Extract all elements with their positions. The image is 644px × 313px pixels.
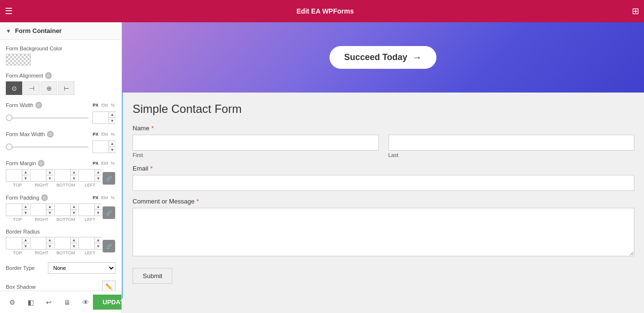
box-shadow-edit-button[interactable]: ✏️: [102, 281, 116, 291]
padding-left-input[interactable]: [79, 204, 94, 216]
desktop-icon[interactable]: 🖥: [60, 295, 75, 310]
hamburger-icon[interactable]: ☰: [5, 6, 13, 16]
succeed-today-button[interactable]: Succeed Today →: [329, 46, 436, 69]
form-width-input[interactable]: [93, 112, 108, 124]
update-button[interactable]: UPDATE: [93, 295, 122, 310]
br-left-label: LEFT: [85, 250, 95, 255]
border-radius-left-input[interactable]: [79, 237, 94, 249]
border-radius-right-input[interactable]: [30, 237, 46, 249]
padding-right-input[interactable]: [30, 204, 46, 216]
eye-icon[interactable]: 👁: [78, 295, 93, 310]
layers-icon[interactable]: ◧: [23, 295, 38, 310]
padding-right-down[interactable]: ▼: [46, 210, 53, 216]
unit-em-maxwidth[interactable]: EM: [100, 132, 109, 137]
form-max-width-input[interactable]: [93, 141, 108, 153]
width-up-arrow[interactable]: ▲: [109, 112, 116, 118]
margin-right-item: ▲▼ RIGHT: [30, 169, 53, 188]
border-radius-label: Border Radius: [6, 229, 116, 235]
width-info-icon[interactable]: ⊙: [35, 102, 42, 109]
br-left-up[interactable]: ▲: [95, 237, 102, 243]
br-top-up[interactable]: ▲: [22, 237, 29, 243]
padding-link-icon[interactable]: 🔗: [103, 206, 115, 219]
unit-pct-width[interactable]: %: [110, 103, 116, 108]
padding-right-up[interactable]: ▲: [46, 204, 53, 210]
margin-bottom-input[interactable]: [55, 170, 70, 181]
br-top-down[interactable]: ▼: [22, 243, 29, 249]
alignment-info-icon[interactable]: ⊙: [45, 72, 52, 79]
margin-left-up[interactable]: ▲: [95, 170, 102, 175]
margin-info-icon[interactable]: ⊙: [38, 160, 45, 167]
bottom-icons: ⚙ ◧ ↩ 🖥 👁: [5, 295, 93, 310]
unit-px-maxwidth[interactable]: PX: [91, 132, 99, 137]
border-radius-bottom-input[interactable]: [55, 237, 70, 249]
br-bottom-up[interactable]: ▲: [71, 237, 77, 243]
margin-left-input[interactable]: [79, 170, 94, 181]
br-left-down[interactable]: ▼: [95, 243, 102, 249]
margin-left-down[interactable]: ▼: [95, 175, 102, 181]
unit-pct-maxwidth[interactable]: %: [110, 132, 116, 137]
margin-top-down[interactable]: ▼: [22, 175, 29, 181]
br-right-up[interactable]: ▲: [46, 237, 53, 243]
name-field-group: Name * First Last: [133, 125, 634, 158]
border-type-label: Border Type: [6, 265, 35, 271]
unit-pct-padding[interactable]: %: [110, 195, 116, 200]
unit-px-margin[interactable]: PX: [91, 161, 99, 166]
unit-em-width[interactable]: EM: [100, 103, 109, 108]
margin-top-up[interactable]: ▲: [22, 170, 29, 175]
align-right-button[interactable]: ⊢: [58, 81, 75, 95]
form-width-slider[interactable]: [6, 117, 89, 119]
hero-banner: Succeed Today →: [122, 22, 644, 93]
submit-button[interactable]: Submit: [133, 268, 172, 284]
gear-icon[interactable]: ⚙: [5, 295, 19, 310]
width-down-arrow[interactable]: ▼: [109, 118, 116, 124]
padding-right-item: ▲▼ RIGHT: [30, 203, 53, 222]
border-type-select[interactable]: None Solid Dashed Dotted Double: [48, 262, 116, 274]
max-width-up-arrow[interactable]: ▲: [109, 141, 116, 147]
align-center-button[interactable]: ⊙: [6, 81, 22, 95]
unit-em-padding[interactable]: EM: [100, 195, 109, 200]
padding-top-input[interactable]: [6, 204, 22, 216]
last-name-input[interactable]: [389, 135, 635, 151]
margin-top-input[interactable]: [6, 170, 22, 181]
unit-pct-margin[interactable]: %: [110, 161, 116, 166]
form-container: Simple Contact Form Name * First: [122, 93, 644, 298]
form-area: Simple Contact Form Name * First: [122, 93, 644, 313]
padding-bottom-input[interactable]: [55, 204, 70, 216]
unit-em-margin[interactable]: EM: [100, 161, 109, 166]
padding-top-up[interactable]: ▲: [22, 204, 29, 210]
align-justify-button[interactable]: ⊕: [41, 81, 57, 95]
margin-top-label: TOP: [13, 183, 22, 188]
background-color-picker[interactable]: [6, 54, 31, 65]
border-radius-top-input[interactable]: [6, 237, 22, 249]
padding-info-icon[interactable]: ⊙: [41, 194, 48, 201]
unit-px-width[interactable]: PX: [91, 103, 99, 108]
first-name-input[interactable]: [133, 135, 379, 151]
margin-bottom-up[interactable]: ▲: [71, 170, 77, 175]
margin-bottom-down[interactable]: ▼: [71, 175, 77, 181]
chevron-down-icon: ▼: [6, 28, 11, 34]
margin-right-down[interactable]: ▼: [46, 175, 53, 181]
max-width-info-icon[interactable]: ⊙: [47, 131, 54, 138]
br-bottom-down[interactable]: ▼: [71, 243, 77, 249]
message-textarea[interactable]: [133, 208, 634, 256]
border-radius-link-icon[interactable]: 🔗: [103, 240, 115, 252]
form-padding-row: Form Padding ⊙ PX EM % ▲▼ TOP ▲▼: [6, 194, 116, 222]
margin-right-up[interactable]: ▲: [46, 170, 53, 175]
email-input[interactable]: [133, 175, 634, 191]
unit-px-padding[interactable]: PX: [91, 195, 99, 200]
max-width-down-arrow[interactable]: ▼: [109, 147, 116, 153]
margin-link-icon[interactable]: 🔗: [103, 172, 115, 185]
padding-left-down[interactable]: ▼: [95, 210, 102, 216]
undo-icon[interactable]: ↩: [42, 295, 56, 310]
form-max-width-slider[interactable]: [6, 146, 89, 148]
padding-bottom-up[interactable]: ▲: [71, 204, 77, 210]
form-alignment-label: Form Alignment ⊙: [6, 72, 116, 79]
margin-right-input[interactable]: [30, 170, 46, 181]
section-header[interactable]: ▼ Form Container: [0, 22, 121, 40]
br-right-down[interactable]: ▼: [46, 243, 53, 249]
padding-bottom-down[interactable]: ▼: [71, 210, 77, 216]
padding-left-up[interactable]: ▲: [95, 204, 102, 210]
align-left-button[interactable]: ⊣: [23, 81, 40, 95]
grid-icon[interactable]: ⊞: [632, 6, 639, 16]
padding-top-down[interactable]: ▼: [22, 210, 29, 216]
